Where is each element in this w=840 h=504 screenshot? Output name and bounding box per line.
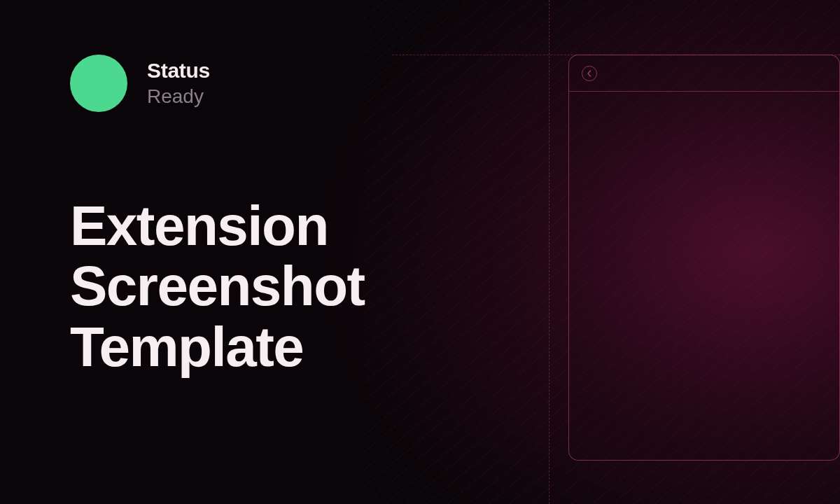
back-icon[interactable] (582, 66, 597, 81)
device-toolbar (569, 55, 839, 92)
device-frame (568, 55, 840, 461)
title-line-1: Extension (70, 196, 518, 256)
vertical-guide-line (549, 0, 550, 504)
title-line-2: Screenshot (70, 256, 518, 316)
status-label: Status (147, 59, 210, 83)
title-line-3: Template (70, 317, 518, 377)
status-indicator-dot (70, 55, 127, 112)
title-block: Extension Screenshot Template (70, 196, 518, 377)
content-area: Status Ready Extension Screenshot Templa… (70, 55, 518, 377)
status-text-group: Status Ready (147, 59, 210, 108)
status-row: Status Ready (70, 55, 518, 112)
status-value: Ready (147, 85, 210, 108)
